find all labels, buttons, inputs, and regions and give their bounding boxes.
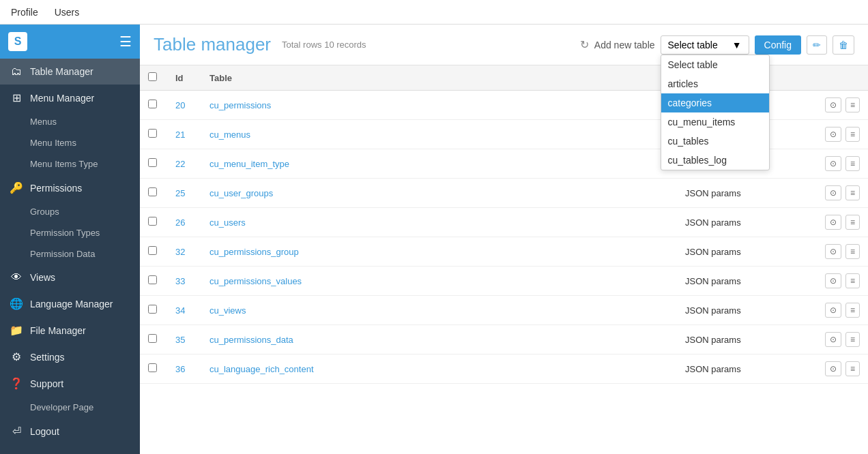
row-table-link[interactable]: cu_permissions_values <box>209 276 302 286</box>
row-id-link[interactable]: 22 <box>175 159 185 169</box>
row-checkbox[interactable] <box>148 275 157 284</box>
row-id-link[interactable]: 36 <box>175 364 185 374</box>
sidebar-item-menu-manager-label: Menu Manager <box>30 93 94 104</box>
sidebar-item-menu-items[interactable]: Menu Items <box>0 132 140 153</box>
row-checkbox[interactable] <box>148 187 157 196</box>
sidebar-item-support[interactable]: ❓ Support <box>0 370 140 397</box>
sidebar-item-views[interactable]: 👁 Views <box>0 264 140 290</box>
row-checkbox[interactable] <box>148 217 157 226</box>
row-id-link[interactable]: 33 <box>175 276 185 286</box>
row-checkbox[interactable] <box>148 334 157 343</box>
sidebar-item-file-manager[interactable]: 📁 File Manager <box>0 317 140 344</box>
content-area: Table manager Total rows 10 records ↻ Ad… <box>140 25 868 454</box>
row-menu-button[interactable]: ≡ <box>845 361 860 376</box>
row-settings-button[interactable]: ⊙ <box>825 215 841 230</box>
sidebar-item-groups[interactable]: Groups <box>0 201 140 222</box>
row-table-link[interactable]: cu_user_groups <box>209 188 273 198</box>
row-id: 22 <box>167 149 201 179</box>
row-checkbox[interactable] <box>148 305 157 314</box>
sidebar-item-permission-types[interactable]: Permission Types <box>0 222 140 243</box>
row-table-link[interactable]: cu_users <box>209 217 246 228</box>
row-table-link[interactable]: cu_menus <box>209 130 250 140</box>
nav-profile[interactable]: Profile <box>11 7 38 18</box>
dropdown-option-articles[interactable]: articles <box>661 74 769 93</box>
row-menu-button[interactable]: ≡ <box>845 303 860 318</box>
row-params: JSON params <box>677 296 813 325</box>
table-row: 33 cu_permissions_values JSON params ⊙ ≡ <box>140 267 868 296</box>
dropdown-option-select-table[interactable]: Select table <box>661 55 769 74</box>
row-id-link[interactable]: 20 <box>175 100 185 110</box>
row-checkbox[interactable] <box>148 246 157 255</box>
select-all-checkbox[interactable] <box>148 72 157 81</box>
row-actions: ⊙ ≡ <box>813 325 868 354</box>
sidebar-item-table-manager-label: Table Manager <box>30 66 93 77</box>
row-checkbox[interactable] <box>148 158 157 167</box>
row-table-link[interactable]: cu_permissions <box>209 100 271 110</box>
row-table-link[interactable]: cu_permissions_group <box>209 247 299 257</box>
row-id-link[interactable]: 21 <box>175 130 185 140</box>
add-new-label: Add new table <box>594 40 655 50</box>
row-id-link[interactable]: 25 <box>175 188 185 198</box>
row-checkbox[interactable] <box>148 129 157 138</box>
hamburger-menu[interactable]: ☰ <box>119 33 132 50</box>
row-id-link[interactable]: 34 <box>175 305 185 316</box>
sidebar-item-permissions[interactable]: 🔑 Permissions <box>0 175 140 201</box>
row-settings-button[interactable]: ⊙ <box>825 156 841 171</box>
sidebar-item-support-label: Support <box>30 378 63 389</box>
row-id: 35 <box>167 325 201 354</box>
sidebar-item-menu-items-type[interactable]: Menu Items Type <box>0 153 140 175</box>
config-button[interactable]: Config <box>755 35 801 55</box>
nav-users[interactable]: Users <box>55 7 80 18</box>
row-id-link[interactable]: 26 <box>175 217 185 228</box>
row-table-link[interactable]: cu_permissions_data <box>209 335 293 345</box>
row-menu-button[interactable]: ≡ <box>845 185 860 200</box>
row-checkbox-cell <box>140 296 167 325</box>
row-settings-button[interactable]: ⊙ <box>825 361 841 376</box>
row-menu-button[interactable]: ≡ <box>845 244 860 259</box>
row-params: JSON params <box>677 179 813 208</box>
row-menu-button[interactable]: ≡ <box>845 273 860 288</box>
edit-button[interactable]: ✏ <box>807 35 827 55</box>
refresh-button[interactable]: ↻ <box>580 38 589 51</box>
row-menu-button[interactable]: ≡ <box>845 97 860 112</box>
row-menu-button[interactable]: ≡ <box>845 127 860 142</box>
dropdown-option-cu-tables[interactable]: cu_tables <box>661 132 769 151</box>
select-table-dropdown[interactable]: Select table ▼ <box>661 35 749 55</box>
row-settings-button[interactable]: ⊙ <box>825 332 841 347</box>
row-id-link[interactable]: 32 <box>175 247 185 257</box>
row-settings-button[interactable]: ⊙ <box>825 127 841 142</box>
row-menu-button[interactable]: ≡ <box>845 156 860 171</box>
dropdown-option-cu-menu-items[interactable]: cu_menu_items <box>661 112 769 132</box>
row-checkbox[interactable] <box>148 363 157 372</box>
row-table-link[interactable]: cu_language_rich_content <box>209 364 314 374</box>
row-table-name: cu_language_rich_content <box>201 354 677 384</box>
sidebar-item-settings[interactable]: ⚙ Settings <box>0 344 140 370</box>
settings-icon: ⚙ <box>10 350 23 363</box>
dropdown-option-categories[interactable]: categories <box>661 93 769 112</box>
row-settings-button[interactable]: ⊙ <box>825 303 841 318</box>
sidebar-item-logout[interactable]: ⏎ Logout <box>0 418 140 444</box>
row-settings-button[interactable]: ⊙ <box>825 97 841 112</box>
row-table-name: cu_user_groups <box>201 179 677 208</box>
row-actions: ⊙ ≡ <box>813 149 868 179</box>
row-settings-button[interactable]: ⊙ <box>825 244 841 259</box>
sidebar-item-menu-manager[interactable]: ⊞ Menu Manager <box>0 85 140 111</box>
row-table-name: cu_permissions_group <box>201 237 677 267</box>
table-row: 32 cu_permissions_group JSON params ⊙ ≡ <box>140 237 868 267</box>
dropdown-option-cu-tables-log[interactable]: cu_tables_log <box>661 151 769 170</box>
row-id-link[interactable]: 35 <box>175 335 185 345</box>
sidebar-item-table-manager[interactable]: 🗂 Table Manager <box>0 59 140 85</box>
sidebar-item-developer-page[interactable]: Developer Page <box>0 397 140 418</box>
row-table-link[interactable]: cu_views <box>209 305 246 316</box>
row-menu-button[interactable]: ≡ <box>845 332 860 347</box>
sidebar-item-menus[interactable]: Menus <box>0 111 140 132</box>
row-settings-button[interactable]: ⊙ <box>825 185 841 200</box>
row-menu-button[interactable]: ≡ <box>845 215 860 230</box>
row-table-link[interactable]: cu_menu_item_type <box>209 159 289 169</box>
row-settings-button[interactable]: ⊙ <box>825 273 841 288</box>
delete-button[interactable]: 🗑 <box>833 35 854 55</box>
row-checkbox[interactable] <box>148 100 157 108</box>
sidebar-item-language-manager[interactable]: 🌐 Language Manager <box>0 290 140 317</box>
column-header-id: Id <box>167 65 201 91</box>
sidebar-item-permission-data[interactable]: Permission Data <box>0 243 140 264</box>
